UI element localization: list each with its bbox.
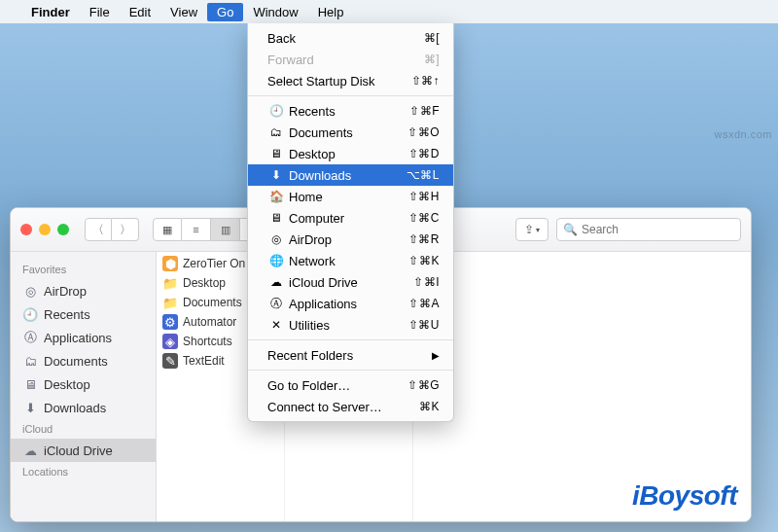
chevron-down-icon: ▾: [536, 226, 540, 234]
sidebar-section-favorites: Favorites: [11, 260, 156, 279]
desktop-icon: 🖥: [22, 377, 38, 392]
columns-icon: ▥: [221, 224, 230, 236]
app-icon: ✎: [162, 353, 178, 369]
sidebar-item-icloud-drive[interactable]: ☁iCloud Drive: [11, 439, 156, 462]
downloads-icon: ⬇: [267, 168, 285, 182]
go-menu-desktop[interactable]: 🖥Desktop⇧⌘D: [248, 143, 453, 164]
go-menu-computer[interactable]: 🖥Computer⇧⌘C: [248, 207, 453, 229]
documents-icon: 🗂: [22, 354, 38, 369]
go-menu-icloud-drive[interactable]: ☁iCloud Drive⇧⌘I: [248, 271, 453, 293]
chevron-left-icon: 〈: [92, 222, 104, 238]
menu-separator: [248, 339, 453, 340]
sidebar-item-desktop[interactable]: 🖥Desktop: [11, 372, 156, 396]
traffic-lights: [20, 224, 69, 235]
applications-icon: Ⓐ: [22, 329, 38, 346]
go-menu-utilities[interactable]: ✕Utilities⇧⌘U: [248, 314, 453, 336]
view-list-button[interactable]: ≡: [182, 218, 211, 241]
menu-go[interactable]: Go: [207, 3, 243, 21]
menu-help[interactable]: Help: [308, 3, 354, 21]
menu-bar: Finder File Edit View Go Window Help: [0, 0, 778, 23]
folder-icon: 📁: [162, 295, 178, 310]
desktop-icon: 🖥: [267, 147, 285, 160]
sidebar-item-downloads[interactable]: ⬇Downloads: [11, 396, 156, 419]
clock-icon: 🕘: [267, 104, 285, 118]
airdrop-icon: ◎: [267, 232, 285, 246]
menu-edit[interactable]: Edit: [120, 3, 160, 21]
menu-separator: [248, 370, 453, 371]
app-icon: ◈: [162, 334, 178, 349]
go-menu-dropdown: Back⌘[ Forward⌘] Select Startup Disk⇧⌘↑ …: [247, 23, 454, 422]
documents-icon: 🗂: [267, 125, 285, 139]
go-menu-documents[interactable]: 🗂Documents⇧⌘O: [248, 122, 453, 143]
downloads-icon: ⬇: [22, 401, 38, 415]
share-icon: ⇪: [524, 223, 534, 236]
close-button[interactable]: [20, 224, 32, 235]
view-columns-button[interactable]: ▥: [211, 218, 240, 241]
search-input[interactable]: [582, 223, 734, 236]
view-icons-button[interactable]: ▦: [153, 218, 182, 241]
clock-icon: 🕘: [22, 307, 38, 322]
cloud-icon: ☁: [22, 443, 38, 458]
zoom-button[interactable]: [57, 224, 69, 235]
go-menu-downloads[interactable]: ⬇Downloads⌥⌘L: [248, 164, 453, 186]
go-menu-recents[interactable]: 🕘Recents⇧⌘F: [248, 100, 453, 122]
brand-logo: iBoysoft: [632, 480, 737, 512]
go-menu-applications[interactable]: ⒶApplications⇧⌘A: [248, 293, 453, 314]
folder-icon: 📁: [162, 275, 178, 291]
go-menu-back[interactable]: Back⌘[: [248, 27, 453, 49]
sidebar-item-airdrop[interactable]: ◎AirDrop: [11, 279, 156, 302]
sidebar-item-applications[interactable]: ⒶApplications: [11, 326, 156, 349]
menu-finder[interactable]: Finder: [21, 3, 80, 21]
applications-icon: Ⓐ: [267, 296, 285, 312]
back-button[interactable]: 〈: [85, 218, 112, 241]
sidebar-item-documents[interactable]: 🗂Documents: [11, 349, 156, 372]
computer-icon: 🖥: [267, 211, 285, 225]
menu-file[interactable]: File: [80, 3, 120, 21]
sidebar-item-recents[interactable]: 🕘Recents: [11, 302, 156, 326]
menu-window[interactable]: Window: [243, 3, 307, 21]
sidebar-section-icloud: iCloud: [11, 419, 156, 439]
minimize-button[interactable]: [39, 224, 51, 235]
network-icon: 🌐: [267, 254, 285, 267]
go-menu-network[interactable]: 🌐Network⇧⌘K: [248, 250, 453, 271]
finder-sidebar: Favorites ◎AirDrop 🕘Recents ⒶApplication…: [11, 252, 157, 521]
share-button[interactable]: ⇪▾: [515, 218, 548, 241]
home-icon: 🏠: [267, 190, 285, 203]
go-menu-forward: Forward⌘]: [248, 49, 453, 70]
search-field[interactable]: 🔍: [556, 218, 741, 241]
go-menu-startup-disk[interactable]: Select Startup Disk⇧⌘↑: [248, 70, 453, 91]
airdrop-icon: ◎: [22, 284, 38, 299]
menu-view[interactable]: View: [160, 3, 207, 21]
forward-button[interactable]: 〉: [112, 218, 139, 241]
utilities-icon: ✕: [267, 318, 285, 332]
go-menu-recent-folders[interactable]: Recent Folders▶: [248, 344, 453, 366]
app-icon: ⚙: [162, 314, 178, 330]
submenu-arrow-icon: ▶: [432, 350, 440, 361]
watermark: wsxdn.com: [714, 128, 772, 140]
list-icon: ≡: [193, 224, 198, 235]
go-menu-home[interactable]: 🏠Home⇧⌘H: [248, 186, 453, 207]
go-menu-go-to-folder[interactable]: Go to Folder…⇧⌘G: [248, 374, 453, 396]
chevron-right-icon: 〉: [120, 222, 131, 238]
go-menu-airdrop[interactable]: ◎AirDrop⇧⌘R: [248, 229, 453, 250]
menu-separator: [248, 95, 453, 96]
app-icon: ⬢: [162, 256, 178, 271]
grid-icon: ▦: [162, 224, 172, 236]
go-menu-connect-server[interactable]: Connect to Server…⌘K: [248, 396, 453, 417]
cloud-icon: ☁: [267, 275, 285, 289]
search-icon: 🔍: [563, 223, 578, 236]
sidebar-section-locations: Locations: [11, 462, 156, 481]
nav-buttons: 〈 〉: [85, 218, 139, 241]
